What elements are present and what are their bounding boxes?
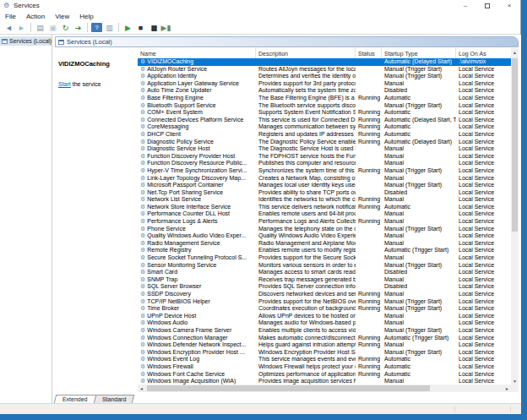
service-row[interactable]: ⚙SSDP DiscoveryDiscovers networked devic… — [138, 291, 511, 298]
scroll-up-icon[interactable]: ▲ — [511, 48, 519, 56]
show-console-tree-icon[interactable]: ▤ — [35, 23, 46, 33]
export-list-icon[interactable]: ➔ — [73, 23, 84, 33]
service-row[interactable]: ⚙Time BrokerCoordinates execution of bac… — [138, 305, 511, 313]
service-row[interactable]: ⚙Phone ServiceManages the telephony stat… — [138, 226, 511, 233]
service-row[interactable]: ⚙Sensor Monitoring ServiceMonitors vario… — [138, 262, 511, 270]
service-gear-icon: ⚙ — [140, 58, 145, 66]
menu-help[interactable]: Help — [74, 13, 98, 20]
cell-log-on-as: Local Service — [456, 319, 511, 327]
service-row[interactable]: ⚙Link-Layer Topology Discovery Map...Cre… — [138, 175, 511, 183]
tab-standard[interactable]: Standard — [93, 395, 134, 403]
cell-startup-type: Manual — [382, 175, 456, 183]
service-gear-icon: ⚙ — [140, 240, 145, 248]
service-row[interactable]: ⚙Performance Counter DLL HostEnables rem… — [138, 210, 511, 218]
service-row[interactable]: ⚙Function Discovery Resource Public...Pu… — [138, 160, 511, 167]
cell-description: Quality Windows Audio Video Experience (… — [256, 232, 356, 240]
pause-service-icon[interactable]: ▮▮ — [148, 23, 159, 33]
cell-status — [356, 210, 382, 218]
service-row[interactable]: ⚙SNMP TrapReceives trap messages generat… — [138, 276, 511, 284]
maximize-button[interactable] — [476, 0, 498, 11]
menu-action[interactable]: Action — [21, 13, 50, 20]
column-header-name[interactable]: Name — [138, 48, 256, 58]
scroll-down-icon[interactable]: ▼ — [511, 377, 519, 385]
cell-name: ⚙Bluetooth Support Service — [138, 102, 256, 110]
restart-service-icon[interactable]: ▶▮ — [160, 23, 171, 33]
service-row[interactable]: ⚙Net.Tcp Port Sharing ServiceProvides ab… — [138, 189, 511, 197]
service-row[interactable]: ⚙Windows FirewallWindows Firewall helps … — [138, 363, 511, 371]
start-service-icon[interactable]: ▶ — [122, 23, 133, 33]
service-gear-icon: ⚙ — [140, 363, 145, 371]
service-row[interactable]: ⚙Microsoft Passport ContainerManages loc… — [138, 182, 511, 189]
service-row[interactable]: ⚙Function Discovery Provider HostThe FDP… — [138, 153, 511, 161]
column-header-startup-type[interactable]: Startup Type — [382, 48, 456, 58]
service-row[interactable]: ⚙Smart CardManages access to smart cards… — [138, 269, 511, 276]
service-row[interactable]: ⚙SQL Server BrowserProvides SQL Server c… — [138, 283, 511, 291]
title-bar[interactable]: ⚙ Services – × — [0, 0, 520, 11]
service-row[interactable]: ⚙Windows Camera Frame ServerEnables mult… — [138, 327, 511, 335]
service-row[interactable]: ⚙Network Store Interface ServiceThis ser… — [138, 204, 511, 211]
forward-icon[interactable]: ► — [16, 23, 27, 33]
start-service-link[interactable]: Start — [58, 81, 71, 87]
refresh-icon[interactable]: ↻ — [60, 23, 71, 33]
service-row[interactable]: ⚙Application IdentityDetermines and veri… — [138, 73, 511, 80]
service-row[interactable]: ⚙Diagnostic Policy ServiceThe Diagnostic… — [138, 139, 511, 146]
vertical-scrollbar[interactable]: ▲ ▼ — [511, 48, 519, 385]
service-row[interactable]: ⚙AllJoyn Router ServiceRoutes AllJoyn me… — [138, 66, 511, 74]
service-row[interactable]: ⚙DHCP ClientRegisters and updates IP add… — [138, 131, 511, 139]
service-name: Network Store Interface Service — [147, 204, 231, 210]
cell-name: ⚙VIDIZMOCaching — [138, 58, 256, 66]
cell-startup-type: Manual — [382, 160, 456, 167]
service-row[interactable]: ⚙Application Layer Gateway ServiceProvid… — [138, 80, 511, 88]
maximize-icon — [485, 3, 490, 8]
tree-item-services-local[interactable]: Services (Local) — [0, 36, 52, 46]
service-row[interactable]: ⚙Windows Event LogThis service manages e… — [138, 356, 511, 363]
service-row[interactable]: ⚙Windows AudioManages audio for Windows-… — [138, 319, 511, 327]
stop-service-icon[interactable]: ■ — [135, 23, 146, 33]
cell-description: Supports System Event Notification Servi… — [256, 109, 356, 117]
selected-service-name: VIDIZMOCaching — [58, 60, 134, 68]
action-pane-icon[interactable]: ▥ — [104, 23, 115, 33]
cell-status: Running — [356, 335, 382, 342]
service-row[interactable]: ⚙Secure Socket Tunneling Protocol S...Pr… — [138, 254, 511, 262]
column-header-status[interactable]: Status — [356, 48, 382, 58]
service-row[interactable]: ⚙Quality Windows Audio Video Exper...Qua… — [138, 232, 511, 240]
service-name: Secure Socket Tunneling Protocol S... — [147, 254, 247, 260]
close-button[interactable]: × — [498, 0, 520, 11]
service-row[interactable]: ⚙Windows Image Acquisition (WIA)Provides… — [138, 378, 511, 385]
horizontal-scrollbar-thumb[interactable] — [147, 385, 430, 391]
vertical-scrollbar-thumb[interactable] — [512, 58, 518, 232]
service-row[interactable]: ⚙Diagnostic Service HostThe Diagnostic S… — [138, 145, 511, 153]
minimize-button[interactable]: – — [454, 0, 476, 11]
tab-extended[interactable]: Extended — [54, 395, 96, 403]
horizontal-scrollbar[interactable]: ◄ ► — [138, 385, 511, 392]
scroll-left-icon[interactable]: ◄ — [138, 385, 145, 392]
service-row[interactable]: ⚙TCP/IP NetBIOS HelperProvides support f… — [138, 298, 511, 306]
service-row[interactable]: ⚙Hyper-V Time Synchronization Servi...Sy… — [138, 167, 511, 175]
cell-startup-type: Automatic — [382, 371, 456, 379]
menu-file[interactable]: File — [0, 13, 21, 20]
service-row[interactable]: ⚙Auto Time Zone UpdaterAutomatically set… — [138, 87, 511, 95]
service-row[interactable]: ⚙Base Filtering EngineThe Base Filtering… — [138, 95, 511, 102]
service-row[interactable]: ⚙VIDIZMOCachingAutomatic (Delayed Start)… — [138, 58, 511, 66]
service-row[interactable]: ⚙UPnP Device HostAllows UPnP devices to … — [138, 313, 511, 320]
column-header-log-on-as[interactable]: Log On As — [456, 48, 515, 58]
service-row[interactable]: ⚙Network List ServiceIdentifies the netw… — [138, 196, 511, 204]
service-row[interactable]: ⚙Windows Connection ManagerMakes automat… — [138, 335, 511, 342]
service-row[interactable]: ⚙Connected Devices Platform ServiceThis … — [138, 117, 511, 124]
service-row[interactable]: ⚙CoreMessagingManages communication betw… — [138, 123, 511, 131]
service-row[interactable]: ⚙Windows Font Cache ServiceOptimizes per… — [138, 371, 511, 379]
service-row[interactable]: ⚙Windows Encryption Provider Host ...Win… — [138, 349, 511, 357]
service-row[interactable]: ⚙Remote RegistryEnables remote users to … — [138, 247, 511, 254]
service-row[interactable]: ⚙COM+ Event SystemSupports System Event … — [138, 109, 511, 117]
menu-view[interactable]: View — [50, 13, 74, 20]
service-row[interactable]: ⚙Performance Logs & AlertsPerformance Lo… — [138, 218, 511, 226]
service-row[interactable]: ⚙Radio Management ServiceRadio Managemen… — [138, 240, 511, 248]
service-gear-icon: ⚙ — [140, 313, 145, 320]
back-icon[interactable]: ◄ — [3, 23, 14, 33]
help-icon[interactable]: ? — [91, 23, 102, 32]
properties-icon[interactable]: ▣ — [47, 23, 58, 33]
service-row[interactable]: ⚙Bluetooth Support ServiceThe Bluetooth … — [138, 102, 511, 110]
column-header-description[interactable]: Description — [256, 48, 356, 58]
scroll-right-icon[interactable]: ► — [503, 385, 511, 392]
service-row[interactable]: ⚙Windows Defender Network Inspect...Help… — [138, 341, 511, 349]
